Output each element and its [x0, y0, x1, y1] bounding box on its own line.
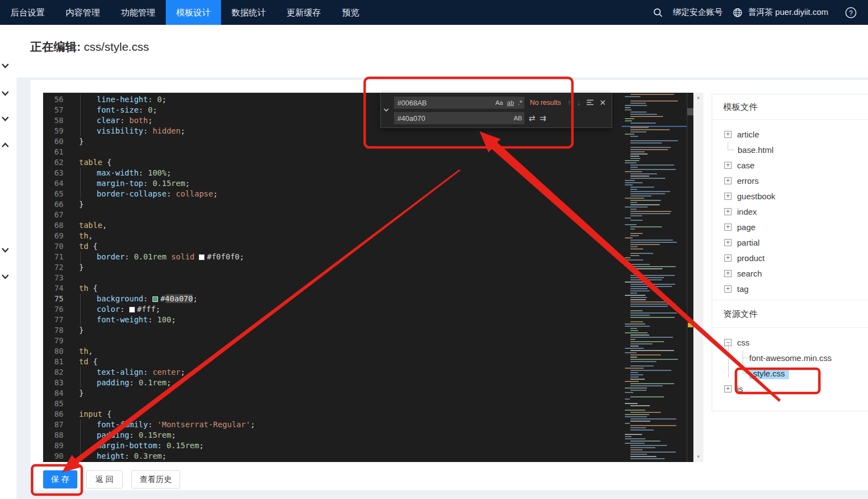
chevron-down-icon[interactable] [1, 272, 11, 280]
code-editor[interactable]: 56line-height: 0;57font-size: 0;58clear:… [43, 93, 693, 462]
code-line[interactable]: 62table { [43, 157, 618, 168]
expand-icon[interactable]: + [724, 177, 732, 184]
code-line[interactable]: 78} [43, 325, 618, 336]
file-label[interactable]: page [737, 222, 755, 232]
scroll-down-arrow[interactable]: ▼ [693, 454, 703, 460]
code-line[interactable]: 87font-family: 'Montserrat-Regular'; [43, 420, 618, 430]
regex-icon[interactable]: .* [518, 99, 522, 106]
file-tree-item-css[interactable]: −css [712, 335, 868, 350]
replace-icon[interactable]: ⇄ [529, 114, 535, 123]
code-line[interactable]: 80th, [43, 346, 618, 357]
back-button[interactable]: 返 回 [86, 470, 123, 489]
nav-tab-item[interactable]: 预览 [332, 0, 370, 25]
chevron-up-icon[interactable] [1, 141, 11, 148]
search-icon[interactable] [651, 6, 665, 20]
file-label[interactable]: tag [737, 284, 749, 294]
nav-tab-item[interactable]: 更新缓存 [276, 0, 332, 25]
code-line[interactable]: 70td { [43, 241, 618, 252]
site-domain[interactable]: 普洱茶 puer.diyiit.com [748, 7, 828, 18]
outer-scrollbar[interactable]: ▲ ▼ [693, 93, 703, 462]
replace-all-icon[interactable]: ⇉ [540, 114, 546, 123]
file-label[interactable]: partial [737, 238, 760, 247]
selected-file-label[interactable]: style.css [749, 368, 789, 379]
file-label[interactable]: base.html [738, 145, 774, 155]
code-line[interactable]: 74th { [43, 283, 618, 294]
file-tree-item-style-css[interactable]: style.css [712, 365, 868, 381]
code-line[interactable]: 60} [43, 136, 618, 147]
code-line[interactable]: 68table, [43, 220, 618, 231]
code-line[interactable]: 89margin-bottom: 0.15rem; [43, 440, 618, 451]
code-line[interactable]: 76color: #fff; [43, 304, 618, 315]
code-line[interactable]: 83padding: 0.1rem; [43, 378, 618, 388]
code-line[interactable]: 81td { [43, 357, 618, 367]
nav-tab-item[interactable]: 功能管理 [111, 0, 166, 25]
chevron-down-icon[interactable] [1, 61, 11, 69]
code-line[interactable]: 77font-weight: 100; [43, 315, 618, 325]
history-button[interactable]: 查看历史 [131, 470, 180, 489]
find-in-selection-icon[interactable] [586, 97, 594, 109]
file-label[interactable]: search [737, 269, 762, 278]
file-tree-item-page[interactable]: +page [712, 219, 868, 235]
file-tree-item-index[interactable]: +index [712, 204, 868, 219]
code-line[interactable]: 73 [43, 273, 618, 283]
help-icon[interactable]: ? [844, 6, 858, 20]
expand-icon[interactable]: + [724, 131, 732, 138]
file-label[interactable]: article [737, 130, 759, 139]
code-line[interactable]: 82text-align: center; [43, 367, 618, 378]
expand-icon[interactable]: + [724, 285, 732, 293]
file-tree-item-case[interactable]: +case [712, 157, 868, 173]
code-line[interactable]: 72} [43, 262, 618, 273]
file-label[interactable]: guestbook [737, 192, 775, 201]
file-label[interactable]: index [737, 207, 757, 216]
file-tree-item-base-html[interactable]: base.html [712, 142, 868, 157]
file-tree-item-js[interactable]: +js [712, 381, 868, 396]
replace-input[interactable] [394, 112, 524, 124]
code-line[interactable]: 69th, [43, 231, 618, 241]
expand-icon[interactable]: + [724, 254, 732, 262]
toggle-replace-icon[interactable] [382, 106, 391, 115]
whole-word-icon[interactable]: ab [507, 99, 514, 106]
chevron-down-icon[interactable] [1, 114, 11, 122]
expand-icon[interactable]: + [724, 193, 732, 200]
code-line[interactable]: 67 [43, 210, 618, 220]
code-line[interactable]: 85 [43, 399, 618, 409]
nav-tab-active[interactable]: 模板设计 [166, 0, 221, 25]
code-line[interactable]: 66} [43, 199, 618, 210]
code-line[interactable]: 75background: #40a070; [43, 294, 618, 304]
code-line[interactable]: 61 [43, 147, 618, 157]
code-line[interactable]: 91border: 0.01rem solid #dadada; [43, 461, 618, 462]
file-tree-item-product[interactable]: +product [712, 250, 868, 266]
scroll-up-arrow[interactable]: ▲ [693, 95, 703, 100]
code-line[interactable]: 84} [43, 388, 618, 399]
file-tree-item-tag[interactable]: +tag [712, 281, 868, 296]
expand-icon[interactable]: + [724, 224, 732, 231]
expand-icon[interactable]: + [724, 162, 732, 169]
file-tree-item-article[interactable]: +article [712, 126, 868, 142]
save-button[interactable]: 保 存 [43, 470, 77, 489]
match-case-icon[interactable]: Aa [495, 99, 503, 106]
code-line[interactable]: 79 [43, 336, 618, 346]
expand-icon[interactable]: + [724, 385, 732, 392]
file-tree-item-partial[interactable]: +partial [712, 235, 868, 250]
file-tree-item-guestbook[interactable]: +guestbook [712, 188, 868, 204]
file-label[interactable]: css [737, 338, 750, 347]
editor-scrollbar-thumb[interactable] [687, 108, 693, 115]
nav-tab-item[interactable]: 后台设置 [0, 0, 55, 25]
file-label[interactable]: js [737, 384, 743, 394]
file-label[interactable]: product [737, 253, 765, 263]
file-label[interactable]: errors [737, 176, 759, 185]
code-line[interactable]: 65border-collapse: collapse; [43, 189, 618, 199]
code-line[interactable]: 86input { [43, 409, 618, 420]
close-icon[interactable]: ✕ [599, 97, 606, 109]
bind-account-link[interactable]: 绑定安企账号 [673, 7, 723, 18]
nav-tab-item[interactable]: 内容管理 [55, 0, 111, 25]
preserve-case-icon[interactable]: AB [514, 115, 522, 121]
expand-icon[interactable]: + [724, 239, 732, 246]
file-tree-item-search[interactable]: +search [712, 266, 868, 281]
expand-icon[interactable]: + [724, 208, 732, 215]
minimap[interactable] [622, 93, 687, 462]
chevron-down-icon[interactable] [1, 89, 11, 97]
code-line[interactable]: 90height: 0.3rem; [43, 451, 618, 461]
code-line[interactable]: 64margin-top: 0.15rem; [43, 178, 618, 189]
code-line[interactable]: 88padding: 0.15rem; [43, 430, 618, 440]
